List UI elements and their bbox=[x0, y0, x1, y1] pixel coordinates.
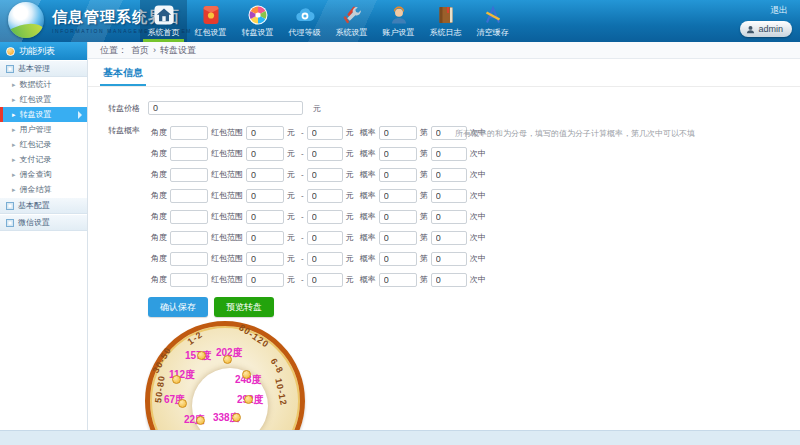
sidebar-section-basic-config[interactable]: 基本配置 bbox=[0, 197, 87, 214]
range-max-input[interactable] bbox=[307, 210, 343, 224]
nth-input[interactable] bbox=[431, 189, 467, 203]
range-label: 红包范围 bbox=[211, 190, 243, 201]
range-max-input[interactable] bbox=[307, 252, 343, 266]
sidebar-section-wechat-settings[interactable]: 微信设置 bbox=[0, 214, 87, 231]
sidebar-item[interactable]: ▸ 佣金查询 bbox=[0, 167, 87, 182]
price-input[interactable] bbox=[148, 101, 303, 115]
angle-input[interactable] bbox=[170, 147, 208, 161]
range-min-input[interactable] bbox=[246, 126, 284, 140]
nav-item-clear-cache[interactable]: 清空缓存 bbox=[469, 0, 516, 42]
book-icon bbox=[435, 4, 457, 26]
breadcrumb-home-link[interactable]: 首页 bbox=[131, 44, 149, 57]
times-label: 次中 bbox=[470, 211, 486, 222]
bullet-icon: ▸ bbox=[12, 111, 16, 118]
user-menu-button[interactable]: admin bbox=[740, 21, 792, 37]
breadcrumb: 位置： 首页 › 转盘设置 bbox=[88, 42, 800, 59]
prob-input[interactable] bbox=[379, 168, 417, 182]
angle-input[interactable] bbox=[170, 231, 208, 245]
range-min-input[interactable] bbox=[246, 189, 284, 203]
wheel-settings-form: 转盘价格 元 转盘概率 角度 红包范围 元 - bbox=[88, 87, 800, 317]
yuan-unit: 元 bbox=[346, 169, 354, 180]
range-min-input[interactable] bbox=[246, 273, 284, 287]
range-dash: - bbox=[301, 275, 304, 284]
nav-item-home[interactable]: 系统首页 bbox=[140, 0, 187, 42]
range-max-input[interactable] bbox=[307, 189, 343, 203]
range-max-input[interactable] bbox=[307, 273, 343, 287]
coin-icon bbox=[172, 375, 181, 384]
nth-input[interactable] bbox=[431, 252, 467, 266]
nav-item-system-log[interactable]: 系统日志 bbox=[422, 0, 469, 42]
range-min-input[interactable] bbox=[246, 252, 284, 266]
prob-input[interactable] bbox=[379, 189, 417, 203]
sidebar-item[interactable]: ▸ 支付记录 bbox=[0, 152, 87, 167]
angle-input[interactable] bbox=[170, 273, 208, 287]
range-dash: - bbox=[301, 254, 304, 263]
nth-label: 第 bbox=[420, 253, 428, 264]
angle-input[interactable] bbox=[170, 126, 208, 140]
angle-input[interactable] bbox=[170, 252, 208, 266]
range-max-input[interactable] bbox=[307, 231, 343, 245]
prob-input[interactable] bbox=[379, 231, 417, 245]
range-max-input[interactable] bbox=[307, 147, 343, 161]
coin-icon bbox=[178, 399, 187, 408]
nth-input[interactable] bbox=[431, 147, 467, 161]
probability-row: 角度 红包范围 元 - 元 概率 第 次中 bbox=[148, 251, 489, 266]
nth-input[interactable] bbox=[431, 168, 467, 182]
nth-input[interactable] bbox=[431, 210, 467, 224]
cloud-icon bbox=[294, 4, 316, 26]
yuan-unit: 元 bbox=[287, 169, 295, 180]
angle-input[interactable] bbox=[170, 168, 208, 182]
nav-item-account-settings[interactable]: 账户设置 bbox=[375, 0, 422, 42]
sidebar-item[interactable]: ▸ 用户管理 bbox=[0, 122, 87, 137]
breadcrumb-current: 转盘设置 bbox=[160, 44, 196, 57]
nav-item-redpacket[interactable]: 红包设置 bbox=[187, 0, 234, 42]
prob-input[interactable] bbox=[379, 210, 417, 224]
save-button[interactable]: 确认保存 bbox=[148, 297, 208, 317]
range-max-input[interactable] bbox=[307, 126, 343, 140]
times-label: 次中 bbox=[470, 169, 486, 180]
nth-label: 第 bbox=[420, 274, 428, 285]
range-min-input[interactable] bbox=[246, 231, 284, 245]
coin-icon bbox=[244, 395, 253, 404]
range-max-input[interactable] bbox=[307, 168, 343, 182]
range-min-input[interactable] bbox=[246, 168, 284, 182]
prob-input[interactable] bbox=[379, 252, 417, 266]
preview-wheel-button[interactable]: 预览转盘 bbox=[214, 297, 274, 317]
logout-link[interactable]: 退出 bbox=[770, 4, 788, 17]
nth-input[interactable] bbox=[431, 231, 467, 245]
prob-label: 概率 bbox=[360, 190, 376, 201]
coin-icon bbox=[223, 355, 232, 364]
yuan-unit: 元 bbox=[346, 211, 354, 222]
red-packet-icon bbox=[200, 4, 222, 26]
nav-item-agent-level[interactable]: 代理等级 bbox=[281, 0, 328, 42]
angle-label: 角度 bbox=[151, 127, 167, 138]
range-label: 红包范围 bbox=[211, 274, 243, 285]
prob-input[interactable] bbox=[379, 147, 417, 161]
range-dash: - bbox=[301, 212, 304, 221]
section-icon bbox=[6, 65, 14, 73]
nth-input[interactable] bbox=[431, 273, 467, 287]
prob-label: 概率 bbox=[360, 148, 376, 159]
yuan-unit: 元 bbox=[287, 253, 295, 264]
range-min-input[interactable] bbox=[246, 210, 284, 224]
sidebar-item[interactable]: ▸ 数据统计 bbox=[0, 77, 87, 92]
angle-input[interactable] bbox=[170, 189, 208, 203]
sidebar-item[interactable]: ▸ 红包设置 bbox=[0, 92, 87, 107]
probability-group: 转盘概率 角度 红包范围 元 - 元 概率 bbox=[88, 125, 800, 287]
probability-row: 角度 红包范围 元 - 元 概率 第 次中 bbox=[148, 146, 489, 161]
sidebar-header: 功能列表 bbox=[0, 42, 87, 60]
prob-input[interactable] bbox=[379, 126, 417, 140]
angle-input[interactable] bbox=[170, 210, 208, 224]
nav-item-wheel[interactable]: 转盘设置 bbox=[234, 0, 281, 42]
tab-basic-info[interactable]: 基本信息 bbox=[100, 66, 146, 86]
range-dash: - bbox=[301, 233, 304, 242]
range-min-input[interactable] bbox=[246, 147, 284, 161]
nth-label: 第 bbox=[420, 232, 428, 243]
probability-row: 角度 红包范围 元 - 元 概率 第 次中 bbox=[148, 188, 489, 203]
sidebar-section-basic-management[interactable]: 基本管理 bbox=[0, 60, 87, 77]
sidebar-item[interactable]: ▸ 佣金结算 bbox=[0, 182, 87, 197]
sidebar-item[interactable]: ▸ 转盘设置 bbox=[0, 107, 87, 122]
nav-item-system-settings[interactable]: 系统设置 bbox=[328, 0, 375, 42]
prob-input[interactable] bbox=[379, 273, 417, 287]
sidebar-item[interactable]: ▸ 红包记录 bbox=[0, 137, 87, 152]
